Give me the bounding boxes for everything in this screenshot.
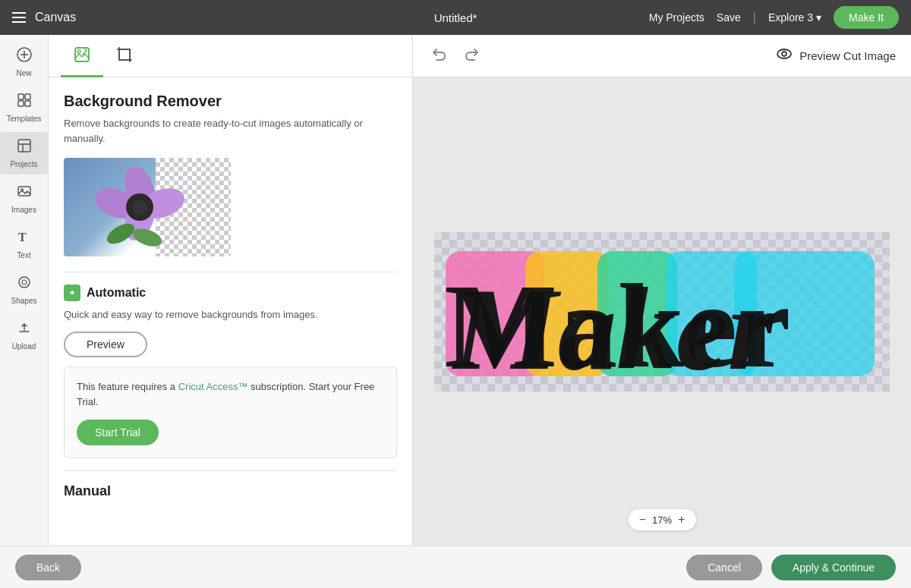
flower-preview-image bbox=[64, 158, 231, 256]
explore-dropdown[interactable]: Explore 3 ▾ bbox=[768, 11, 821, 24]
sidebar-item-shapes-label: Shapes bbox=[11, 297, 37, 305]
tab-crop[interactable] bbox=[103, 38, 146, 77]
sidebar-nav: New Templates Projects Images T bbox=[0, 35, 49, 546]
sidebar-item-images-label: Images bbox=[11, 206, 36, 214]
sidebar-item-upload[interactable]: Upload bbox=[0, 314, 48, 357]
menu-icon[interactable] bbox=[12, 12, 26, 23]
canvas-area: Preview Cut Image bbox=[413, 35, 911, 546]
sidebar-item-shapes[interactable]: Shapes bbox=[0, 269, 48, 311]
make-it-button[interactable]: Make It bbox=[834, 6, 899, 29]
bottom-bar: Back Cancel Apply & Continue bbox=[0, 546, 911, 588]
maker-text-container: Maker Maker bbox=[434, 232, 890, 391]
divider-1 bbox=[64, 272, 397, 272]
bottom-right-buttons: Cancel Apply & Continue bbox=[686, 555, 896, 580]
svg-point-26 bbox=[782, 52, 786, 56]
main-layout: New Templates Projects Images T bbox=[0, 35, 911, 546]
text-icon: T bbox=[17, 229, 32, 248]
eye-icon bbox=[775, 45, 793, 67]
canvas-content[interactable]: Maker Maker − 17% + bbox=[413, 77, 911, 546]
zoom-bar: − 17% + bbox=[629, 509, 696, 530]
svg-rect-3 bbox=[18, 94, 24, 99]
undo-button[interactable] bbox=[428, 43, 449, 68]
sidebar-item-text[interactable]: T Text bbox=[0, 223, 48, 266]
svg-point-16 bbox=[77, 50, 80, 53]
new-icon bbox=[17, 47, 32, 66]
topbar-right: My Projects Save | Explore 3 ▾ Make It bbox=[649, 6, 899, 29]
apply-continue-button[interactable]: Apply & Continue bbox=[771, 555, 896, 580]
svg-point-25 bbox=[777, 49, 791, 58]
document-title: Untitled* bbox=[434, 11, 478, 24]
panel-title: Background Remover bbox=[64, 93, 397, 110]
upload-icon bbox=[17, 320, 32, 339]
maker-text-svg: Maker Maker bbox=[438, 236, 886, 388]
redo-button[interactable] bbox=[462, 43, 483, 68]
panel-description: Remove backgrounds to create ready-to-cu… bbox=[64, 116, 397, 146]
my-projects-link[interactable]: My Projects bbox=[649, 11, 705, 24]
preview-cut-label: Preview Cut Image bbox=[799, 49, 896, 62]
tab-background-remover[interactable] bbox=[61, 38, 103, 77]
sidebar-item-images[interactable]: Images bbox=[0, 178, 48, 220]
automatic-section-header: ✦ Automatic bbox=[64, 285, 397, 301]
brand-label: Canvas bbox=[35, 11, 76, 24]
manual-label: Manual bbox=[64, 483, 397, 499]
zoom-in-button[interactable]: + bbox=[678, 514, 685, 526]
info-box: This feature requires a Cricut Access™ s… bbox=[64, 366, 397, 459]
automatic-description: Quick and easy way to remove backgrounds… bbox=[64, 307, 397, 322]
save-link[interactable]: Save bbox=[717, 11, 741, 24]
svg-text:Maker: Maker bbox=[444, 259, 790, 388]
images-icon bbox=[17, 184, 32, 203]
panel: Background Remover Remove backgrounds to… bbox=[49, 35, 413, 546]
sidebar-item-templates[interactable]: Templates bbox=[0, 86, 48, 129]
svg-rect-4 bbox=[25, 94, 30, 99]
sidebar-item-projects-label: Projects bbox=[10, 160, 37, 168]
crop-icon bbox=[115, 46, 134, 68]
zoom-out-button[interactable]: − bbox=[639, 514, 646, 526]
svg-point-14 bbox=[22, 280, 27, 285]
preview-button[interactable]: Preview bbox=[64, 332, 147, 357]
sidebar-item-text-label: Text bbox=[17, 251, 30, 259]
svg-rect-15 bbox=[75, 48, 89, 61]
panel-tabs bbox=[49, 35, 412, 77]
chevron-down-icon: ▾ bbox=[816, 11, 821, 24]
divider-2 bbox=[64, 470, 397, 471]
back-button[interactable]: Back bbox=[15, 555, 81, 580]
projects-icon bbox=[17, 138, 32, 157]
sidebar-item-upload-label: Upload bbox=[12, 342, 36, 351]
sidebar-item-projects[interactable]: Projects bbox=[0, 132, 48, 175]
svg-rect-7 bbox=[18, 140, 30, 152]
canvas-toolbar: Preview Cut Image bbox=[413, 35, 911, 77]
panel-content: Background Remover Remove backgrounds to… bbox=[49, 77, 412, 546]
svg-text:T: T bbox=[18, 231, 27, 244]
cancel-button[interactable]: Cancel bbox=[686, 555, 762, 580]
svg-point-13 bbox=[19, 277, 30, 288]
svg-rect-5 bbox=[18, 101, 24, 106]
automatic-icon: ✦ bbox=[64, 285, 80, 301]
shapes-icon bbox=[17, 275, 32, 294]
start-trial-button[interactable]: Start Trial bbox=[77, 420, 159, 445]
sidebar-item-templates-label: Templates bbox=[7, 115, 42, 123]
automatic-title: Automatic bbox=[87, 286, 146, 300]
cricut-access-link[interactable]: Cricut Access™ bbox=[178, 381, 248, 392]
svg-point-22 bbox=[132, 200, 147, 215]
svg-rect-6 bbox=[25, 101, 30, 106]
info-box-text: This feature requires a Cricut Access™ s… bbox=[77, 379, 384, 411]
svg-rect-10 bbox=[18, 187, 30, 196]
zoom-percentage: 17% bbox=[652, 514, 672, 526]
sidebar-item-new-label: New bbox=[16, 69, 31, 77]
maker-canvas: Maker Maker bbox=[434, 232, 890, 391]
preview-cut-image-button[interactable]: Preview Cut Image bbox=[775, 45, 896, 67]
sidebar-item-new[interactable]: New bbox=[0, 41, 48, 83]
templates-icon bbox=[17, 93, 32, 112]
image-edit-icon bbox=[73, 46, 91, 68]
topbar: Canvas Untitled* My Projects Save | Expl… bbox=[0, 0, 911, 35]
